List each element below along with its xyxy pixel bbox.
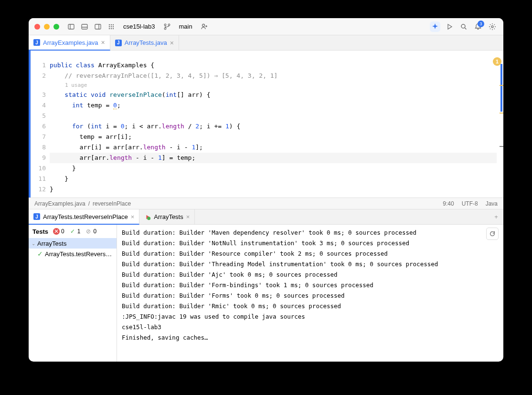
add-tab-button[interactable]: + — [489, 209, 503, 224]
code-line[interactable]: // reverseArrayInPlace([1, 2, 3, 4, 5]) … — [50, 71, 497, 81]
file-encoding[interactable]: UTF-8 — [462, 200, 478, 207]
editor-tab[interactable]: JArrayTests.java× — [110, 35, 179, 50]
java-file-icon: J — [115, 40, 122, 46]
svg-point-19 — [461, 24, 465, 28]
svg-point-12 — [109, 28, 110, 29]
console-line: Finished, saving caches… — [122, 333, 499, 343]
svg-point-18 — [202, 24, 204, 26]
code-line[interactable]: static void reverseInPlace(int[] arr) { — [50, 90, 497, 100]
svg-rect-0 — [68, 24, 74, 29]
notification-count: 3 — [478, 21, 484, 27]
maximize-window-button[interactable] — [53, 24, 59, 30]
test-case-node[interactable]: ✓ ArrayTests.testReverseInPlace — [29, 249, 117, 259]
console-line: Build duration: Builder 'Ajc' took 0 ms;… — [122, 270, 499, 280]
svg-point-9 — [109, 26, 110, 27]
project-name[interactable]: cse15l-lab3 — [123, 23, 155, 30]
code-line[interactable]: public class ArrayExamples { — [50, 60, 497, 71]
close-tab-icon[interactable]: × — [101, 39, 105, 46]
tests-header: Tests ✕0 ✓1 ⊘0 — [29, 225, 117, 238]
svg-point-22 — [147, 217, 150, 220]
breadcrumb[interactable]: ArrayExamples.java / reverseInPlace — [34, 200, 131, 207]
run-icon[interactable] — [444, 21, 455, 32]
code-area[interactable]: public class ArrayExamples { // reverseA… — [50, 51, 497, 198]
svg-point-17 — [168, 24, 170, 26]
cursor-position[interactable]: 9:40 — [443, 200, 454, 207]
java-file-icon: J — [33, 39, 40, 46]
close-tab-icon[interactable]: × — [186, 213, 190, 220]
code-line[interactable] — [50, 111, 497, 121]
error-stripe: 1 — [497, 51, 503, 198]
test-suite-node[interactable]: ⌄ ArrayTests — [29, 238, 117, 249]
panel-bottom-icon[interactable] — [79, 21, 90, 32]
code-line[interactable]: } — [50, 174, 497, 184]
code-line[interactable]: arr[arr.length - i - 1] = temp; — [50, 153, 497, 163]
test-tree: Tests ✕0 ✓1 ⊘0 ⌄ ArrayTests ✓ ArrayTests… — [29, 225, 117, 362]
svg-line-20 — [465, 28, 467, 30]
statusbar: ArrayExamples.java / reverseInPlace 9:40… — [29, 198, 503, 209]
code-line[interactable]: temp = arr[i]; — [50, 132, 497, 142]
svg-point-15 — [164, 24, 166, 26]
svg-point-21 — [491, 26, 493, 28]
console-output[interactable]: Build duration: Builder 'Maven dependenc… — [117, 225, 503, 362]
settings-icon[interactable] — [487, 21, 498, 32]
svg-rect-4 — [95, 24, 101, 29]
console-line: Build duration: Builder 'Maven dependenc… — [122, 228, 499, 238]
run-tab[interactable]: ArrayTests× — [139, 209, 195, 224]
caret-marker — [500, 146, 503, 147]
code-line[interactable]: for (int i = 0; i < arr.length / 2; i +=… — [50, 121, 497, 132]
branch-icon[interactable] — [162, 21, 172, 32]
toolbar-left-icons — [66, 21, 117, 32]
apps-icon[interactable] — [106, 21, 117, 32]
add-user-icon[interactable] — [199, 21, 210, 32]
ignored-count[interactable]: ⊘0 — [85, 228, 96, 235]
run-tabs: JArrayTests.testReverseInPlace×ArrayTest… — [29, 209, 503, 225]
branch-name[interactable]: main — [179, 23, 192, 30]
svg-point-7 — [111, 24, 112, 25]
chevron-down-icon: ⌄ — [32, 241, 35, 246]
close-tab-icon[interactable]: × — [170, 39, 174, 47]
titlebar: cse15l-lab3 main 3 — [29, 18, 503, 35]
panel-left-icon[interactable] — [66, 21, 76, 32]
search-icon[interactable] — [458, 21, 469, 32]
code-line[interactable]: } — [50, 184, 497, 195]
editor[interactable]: 12 3456789101112 public class ArrayExamp… — [29, 51, 503, 198]
close-tab-icon[interactable]: × — [131, 213, 135, 220]
check-icon: ✓ — [37, 250, 43, 258]
minimize-window-button[interactable] — [44, 24, 50, 30]
code-line[interactable]: arr[i] = arr[arr.length - i - 1]; — [50, 142, 497, 153]
svg-rect-2 — [82, 24, 87, 29]
console-line: Build duration: Builder 'Forms' took 0 m… — [122, 291, 499, 301]
panel-right-icon[interactable] — [93, 21, 103, 32]
svg-point-16 — [164, 28, 166, 30]
ide-window: cse15l-lab3 main 3 JArrayExamples.java×J… — [29, 18, 503, 362]
ai-assistant-icon[interactable] — [430, 21, 440, 32]
console-line: :JPS_INFO:javac 19 was used to compile j… — [122, 312, 499, 322]
svg-point-13 — [111, 28, 112, 29]
svg-point-8 — [113, 24, 114, 25]
code-line[interactable]: } — [50, 163, 497, 174]
editor-tabs: JArrayExamples.java×JArrayTests.java× — [29, 35, 503, 51]
svg-point-14 — [113, 28, 114, 29]
file-language[interactable]: Java — [486, 200, 498, 207]
run-tab[interactable]: JArrayTests.testReverseInPlace× — [29, 209, 139, 225]
failed-count[interactable]: ✕0 — [53, 228, 64, 235]
toolbar-right: 3 — [430, 21, 498, 32]
rerun-button[interactable] — [486, 228, 499, 240]
line-numbers: 12 3456789101112 — [31, 51, 50, 198]
console-line: Build duration: Builder 'Threading Model… — [122, 259, 499, 270]
svg-point-11 — [113, 26, 114, 27]
warning-marker[interactable] — [500, 85, 503, 86]
window-controls — [34, 24, 59, 30]
code-line[interactable]: int temp = 0; — [50, 100, 497, 111]
close-window-button[interactable] — [34, 24, 40, 30]
console-line: Build duration: Builder 'Form-bindings' … — [122, 280, 499, 291]
editor-tab[interactable]: JArrayExamples.java× — [29, 35, 110, 51]
svg-point-10 — [111, 26, 112, 27]
java-file-icon: J — [33, 213, 40, 220]
console-line: cse15l-lab3 — [122, 322, 499, 333]
run-panel: JArrayTests.testReverseInPlace×ArrayTest… — [29, 209, 503, 362]
notifications-icon[interactable]: 3 — [473, 21, 483, 32]
passed-count[interactable]: ✓1 — [69, 228, 81, 235]
console-line: Build duration: Builder 'Rmic' took 0 ms… — [122, 301, 499, 312]
warning-marker[interactable] — [500, 113, 503, 114]
